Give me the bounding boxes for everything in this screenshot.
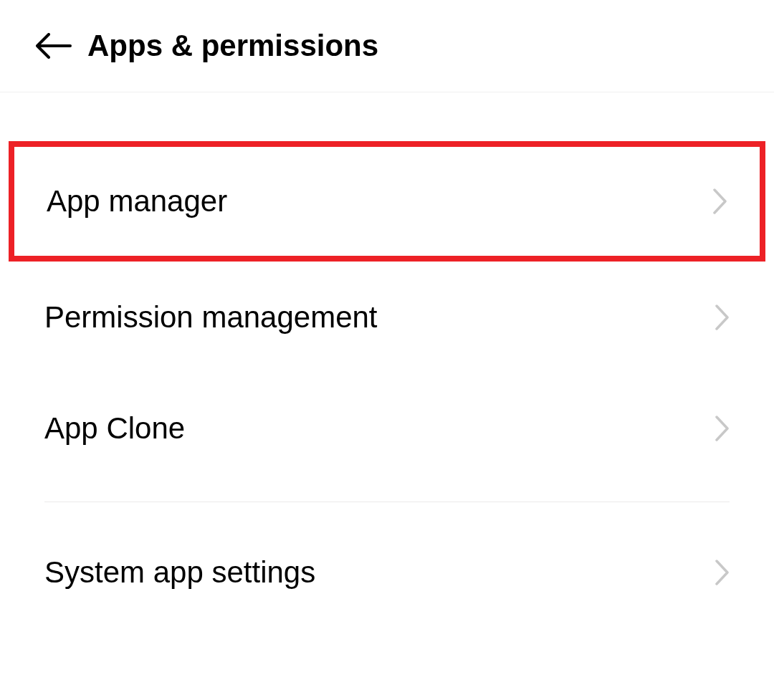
chevron-right-icon [713, 188, 727, 214]
chevron-right-icon [715, 560, 730, 585]
list-item-label: App manager [47, 184, 227, 219]
group-divider [44, 502, 730, 517]
back-icon[interactable] [36, 32, 72, 60]
list-item-permission-management[interactable]: Permission management [0, 262, 774, 373]
page-title: Apps & permissions [87, 29, 378, 63]
list-item-system-app-settings[interactable]: System app settings [0, 517, 774, 628]
chevron-right-icon [715, 416, 730, 441]
settings-list: App manager Permission management App Cl… [0, 92, 774, 628]
list-item-label: System app settings [44, 555, 315, 590]
list-item-label: App Clone [44, 411, 185, 446]
list-item-app-manager[interactable]: App manager [9, 141, 765, 262]
header: Apps & permissions [0, 0, 774, 92]
list-item-app-clone[interactable]: App Clone [0, 373, 774, 484]
chevron-right-icon [715, 305, 730, 330]
list-item-label: Permission management [44, 300, 378, 335]
